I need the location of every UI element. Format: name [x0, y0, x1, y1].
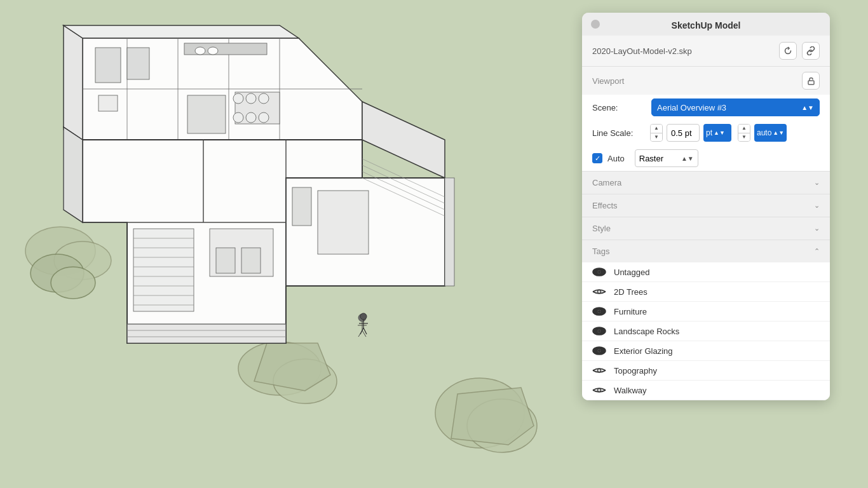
scene-row: Scene: Aerial Overview #3 ▲▼	[582, 95, 830, 120]
tag-name-untagged: Untagged	[614, 268, 649, 277]
svg-point-81	[599, 311, 600, 313]
svg-marker-11	[64, 25, 299, 38]
effects-label: Effects	[592, 201, 618, 210]
line-scale-label: Line Scale:	[592, 128, 646, 138]
svg-point-68	[51, 267, 95, 299]
svg-point-77	[599, 271, 600, 273]
tag-item-landscape-rocks[interactable]: Landscape Rocks	[582, 322, 830, 341]
eye-icon-furniture[interactable]	[592, 306, 606, 316]
svg-marker-33	[127, 324, 286, 343]
auto-stepper-down-button[interactable]: ▼	[738, 133, 750, 142]
sketchup-model-panel: SketchUp Model 2020-LayOut-Model-v2.skp …	[582, 13, 830, 400]
svg-rect-74	[808, 81, 814, 85]
tag-item-2d-trees[interactable]: 2D Trees	[582, 282, 830, 302]
viewport-row: Viewport	[582, 67, 830, 95]
line-scale-unit-select[interactable]: pt ▲▼	[703, 124, 731, 142]
scene-label: Scene:	[592, 103, 646, 112]
effects-chevron-icon: ⌄	[814, 201, 820, 210]
line-scale-value[interactable]: 0.5 pt	[667, 124, 700, 142]
lock-button[interactable]	[802, 72, 820, 90]
svg-rect-52	[292, 187, 311, 226]
tag-name-furniture: Furniture	[614, 307, 647, 316]
svg-rect-65	[445, 178, 454, 286]
svg-rect-49	[216, 248, 235, 273]
svg-rect-17	[95, 48, 121, 83]
refresh-button[interactable]	[779, 42, 797, 60]
panel-close-button[interactable]	[591, 20, 600, 29]
stepper-up-button[interactable]: ▲	[651, 125, 662, 133]
tag-item-untagged[interactable]: Untagged	[582, 262, 830, 282]
svg-rect-21	[187, 95, 226, 133]
unit-chevron-icon: ▲▼	[714, 130, 725, 136]
svg-point-87	[599, 350, 600, 352]
tag-name-2d-trees: 2D Trees	[614, 287, 648, 297]
panel-header: SketchUp Model	[582, 13, 830, 36]
auto-chevron-icon: ▲▼	[773, 130, 784, 136]
camera-section-header[interactable]: Camera ⌄	[582, 171, 830, 194]
svg-point-25	[233, 93, 243, 104]
tags-list: Untagged 2D Trees Furnitur	[582, 262, 830, 400]
link-button[interactable]	[802, 42, 820, 60]
eye-icon-walkway[interactable]	[592, 385, 606, 395]
eye-icon-2d-trees[interactable]	[592, 287, 606, 297]
eye-icon-untagged[interactable]	[592, 267, 606, 277]
tag-item-exterior-glazing[interactable]: Exterior Glazing	[582, 341, 830, 361]
render-mode-select[interactable]: Raster ▲▼	[635, 149, 698, 167]
scene-chevron-icon: ▲▼	[801, 104, 814, 111]
auto-raster-row: ✓ Auto Raster ▲▼	[582, 146, 830, 171]
svg-point-84	[599, 330, 600, 332]
eye-icon-exterior-glazing[interactable]	[592, 346, 606, 356]
auto-checkbox[interactable]: ✓	[592, 153, 602, 163]
viewport-label: Viewport	[592, 76, 624, 86]
style-section-header[interactable]: Style ⌄	[582, 217, 830, 240]
style-chevron-icon: ⌄	[814, 224, 820, 233]
eye-icon-landscape-rocks[interactable]	[592, 326, 606, 336]
auto-label: Auto	[607, 154, 625, 163]
panel-title: SketchUp Model	[672, 20, 741, 30]
tag-name-walkway: Walkway	[614, 386, 647, 395]
svg-point-23	[208, 47, 218, 55]
file-actions	[779, 42, 820, 60]
unit-value: pt	[706, 128, 712, 137]
svg-rect-39	[133, 229, 194, 311]
tag-name-topography: Topography	[614, 366, 657, 376]
stepper-down-button[interactable]: ▼	[651, 133, 662, 142]
svg-point-69	[360, 313, 367, 320]
svg-marker-10	[64, 25, 83, 140]
scene-value: Aerial Overview #3	[657, 103, 726, 112]
scene-select[interactable]: Aerial Overview #3 ▲▼	[651, 98, 820, 116]
auto-stepper-up-button[interactable]: ▲	[738, 125, 750, 133]
style-label: Style	[592, 224, 611, 233]
tags-chevron-icon: ⌃	[814, 247, 820, 255]
eye-icon-topography[interactable]	[592, 365, 606, 376]
svg-rect-51	[318, 191, 369, 254]
file-row: 2020-LayOut-Model-v2.skp	[582, 36, 830, 67]
auto-stepper[interactable]: ▲ ▼	[738, 124, 750, 142]
camera-label: Camera	[592, 178, 621, 187]
tags-label: Tags	[592, 247, 609, 256]
svg-point-29	[246, 112, 256, 123]
svg-rect-50	[241, 248, 261, 273]
svg-rect-18	[127, 48, 149, 79]
render-mode-value: Raster	[639, 154, 663, 163]
svg-point-22	[195, 47, 205, 55]
tag-item-topography[interactable]: Topography	[582, 361, 830, 381]
render-mode-chevron-icon: ▲▼	[681, 155, 694, 162]
tag-item-walkway[interactable]: Walkway	[582, 381, 830, 400]
svg-point-26	[246, 93, 256, 104]
tags-section-header[interactable]: Tags ⌃	[582, 240, 830, 262]
effects-section-header[interactable]: Effects ⌄	[582, 194, 830, 217]
svg-point-27	[259, 93, 269, 104]
line-scale-stepper[interactable]: ▲ ▼	[650, 124, 663, 142]
svg-point-30	[259, 112, 269, 123]
tag-name-landscape-rocks: Landscape Rocks	[614, 327, 679, 336]
camera-chevron-icon: ⌄	[814, 179, 820, 187]
svg-point-28	[233, 112, 243, 123]
svg-rect-19	[98, 95, 118, 111]
tag-item-furniture[interactable]: Furniture	[582, 302, 830, 322]
building-sketch	[0, 0, 553, 488]
auto-value-select[interactable]: auto ▲▼	[754, 124, 787, 142]
file-name: 2020-LayOut-Model-v2.skp	[592, 46, 692, 56]
line-scale-row: Line Scale: ▲ ▼ 0.5 pt pt ▲▼ ▲ ▼ auto ▲▼	[582, 120, 830, 146]
auto-value: auto	[757, 128, 771, 137]
